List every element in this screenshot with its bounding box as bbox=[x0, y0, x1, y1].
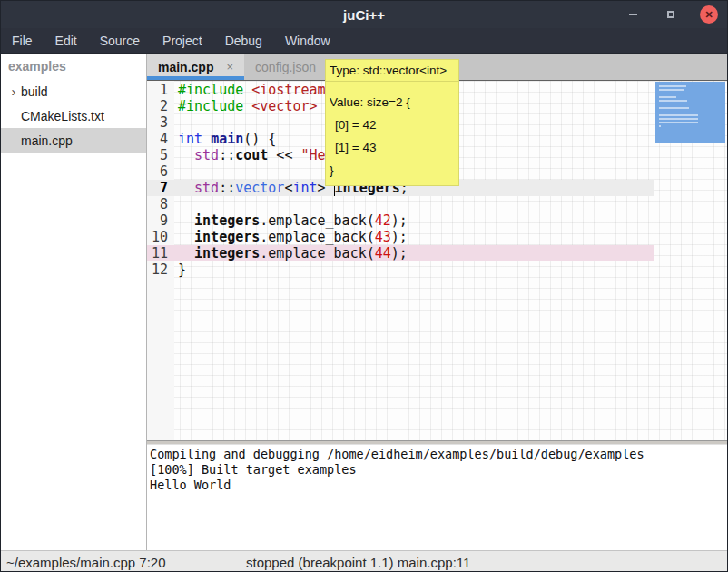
tab-label: config.json bbox=[255, 60, 316, 74]
menu-item-edit[interactable]: Edit bbox=[54, 32, 79, 50]
token: <iostream> bbox=[251, 82, 333, 98]
file-tree: ›buildCMakeLists.txtmain.cpp bbox=[1, 79, 146, 153]
token bbox=[243, 82, 251, 98]
close-icon[interactable]: ✕ bbox=[700, 5, 718, 24]
tooltip-value-line: [0] = 42 bbox=[330, 113, 455, 136]
token: 44 bbox=[375, 245, 391, 261]
line-number: 6 bbox=[147, 163, 174, 180]
terminal-line: [100%] Built target examples bbox=[150, 462, 727, 478]
token: #include bbox=[178, 98, 243, 114]
token: } bbox=[178, 261, 186, 278]
menu-item-source[interactable]: Source bbox=[98, 32, 142, 50]
minimap-code-line bbox=[659, 125, 661, 127]
minimap-code-line bbox=[659, 96, 676, 98]
token: #include bbox=[178, 82, 243, 98]
minimize-icon[interactable] bbox=[624, 5, 642, 24]
code-line-12[interactable]: 12} bbox=[147, 261, 654, 278]
window-controls: ✕ bbox=[624, 5, 718, 24]
code-line-9[interactable]: 9 integers.emplace_back(42); bbox=[147, 212, 654, 229]
line-number: 4 bbox=[147, 131, 174, 147]
token: integers bbox=[194, 212, 260, 229]
menu-item-window[interactable]: Window bbox=[283, 32, 332, 50]
tooltip-value-block: Value: size=2 {[0] = 42[1] = 43} bbox=[325, 82, 459, 186]
project-name-header: examples bbox=[1, 54, 146, 79]
token: .emplace_back( bbox=[260, 229, 374, 245]
token: main bbox=[211, 131, 243, 147]
code-line-10[interactable]: 10 integers.emplace_back(43); bbox=[147, 229, 654, 245]
code-text: integers.emplace_back(43); bbox=[174, 229, 408, 245]
tree-item-main-cpp[interactable]: main.cpp bbox=[1, 128, 146, 153]
token: << bbox=[268, 147, 300, 163]
menu-item-debug[interactable]: Debug bbox=[223, 32, 264, 50]
tooltip-value-line: } bbox=[330, 159, 455, 182]
minimap-code-line bbox=[659, 114, 698, 116]
status-bar: ~/examples/main.cpp 7:20 stopped (breakp… bbox=[1, 550, 727, 572]
code-text: } bbox=[174, 261, 186, 278]
debug-value-tooltip: Type: std::vector<int> Value: size=2 {[0… bbox=[325, 59, 459, 186]
token bbox=[178, 212, 194, 229]
line-number: 5 bbox=[147, 147, 174, 163]
code-line-8[interactable]: 8 bbox=[147, 196, 654, 212]
tree-item-cmakelists-txt[interactable]: CMakeLists.txt bbox=[1, 104, 146, 128]
expander-chevron-icon[interactable]: › bbox=[6, 84, 21, 99]
minimap-column bbox=[654, 81, 727, 440]
line-number: 11 bbox=[147, 245, 174, 261]
token bbox=[178, 180, 194, 196]
token: ); bbox=[391, 212, 408, 229]
tab-close-icon[interactable]: × bbox=[226, 60, 233, 74]
token: integers bbox=[194, 245, 260, 261]
token: :: bbox=[219, 147, 235, 163]
line-number: 8 bbox=[147, 196, 174, 212]
menu-item-file[interactable]: File bbox=[10, 32, 34, 50]
token bbox=[178, 229, 194, 245]
code-text: #include <iostream> bbox=[174, 82, 334, 98]
token: int bbox=[292, 180, 317, 196]
line-number: 12 bbox=[147, 261, 174, 278]
token: .emplace_back( bbox=[260, 212, 374, 229]
tooltip-value-line: Value: size=2 { bbox=[330, 91, 455, 113]
terminal-output[interactable]: Compiling and debugging /home/eidheim/ex… bbox=[147, 445, 727, 550]
menu-item-project[interactable]: Project bbox=[161, 32, 204, 50]
token: integers bbox=[194, 229, 260, 245]
tree-item-label: main.cpp bbox=[21, 133, 73, 148]
minimap-code-line bbox=[659, 85, 686, 87]
restore-icon[interactable] bbox=[662, 5, 680, 24]
token: 43 bbox=[375, 229, 391, 245]
line-number: 3 bbox=[147, 114, 174, 131]
token: .emplace_back( bbox=[260, 245, 374, 261]
title-bar[interactable]: juCi++ ✕ bbox=[1, 1, 727, 28]
terminal-line: Hello World bbox=[150, 478, 727, 493]
token: vector bbox=[235, 180, 284, 196]
minimap-slider[interactable] bbox=[655, 82, 725, 143]
file-location-status: ~/examples/main.cpp 7:20 bbox=[6, 555, 166, 570]
code-text: int main() { bbox=[174, 131, 276, 147]
tab-config-json[interactable]: config.json bbox=[244, 54, 327, 80]
code-text bbox=[174, 114, 178, 131]
minimap-code-line bbox=[659, 118, 698, 120]
tooltip-value-line: [1] = 43 bbox=[330, 136, 455, 159]
terminal-line: Compiling and debugging /home/eidheim/ex… bbox=[150, 447, 727, 462]
line-number: 9 bbox=[147, 212, 174, 229]
line-number: 1 bbox=[147, 82, 174, 98]
tab-main-cpp[interactable]: main.cpp× bbox=[147, 54, 244, 80]
tree-item-label: build bbox=[21, 84, 48, 99]
token: 42 bbox=[375, 212, 391, 229]
token: std bbox=[194, 180, 219, 196]
file-tree-sidebar: examples ›buildCMakeLists.txtmain.cpp bbox=[1, 54, 147, 550]
code-text: #include <vector> bbox=[174, 98, 318, 114]
token: <vector> bbox=[251, 98, 317, 114]
minimap-code-line bbox=[659, 107, 689, 109]
code-line-11[interactable]: 11 integers.emplace_back(44); bbox=[147, 245, 654, 261]
minimap-code-line bbox=[659, 89, 684, 91]
tree-item-label: CMakeLists.txt bbox=[21, 109, 104, 123]
debug-status: stopped (breakpoint 1.1) main.cpp:11 bbox=[246, 555, 470, 570]
minimap-code-line bbox=[659, 100, 687, 102]
tree-item-build[interactable]: ›build bbox=[1, 79, 146, 104]
code-text: integers.emplace_back(42); bbox=[174, 212, 408, 229]
code-text: std::cout << "Hel bbox=[174, 147, 334, 163]
token: () { bbox=[243, 131, 276, 147]
token: cout bbox=[235, 147, 268, 163]
token bbox=[202, 131, 211, 147]
token: int bbox=[178, 131, 202, 147]
menu-bar: FileEditSourceProjectDebugWindow bbox=[1, 28, 727, 54]
